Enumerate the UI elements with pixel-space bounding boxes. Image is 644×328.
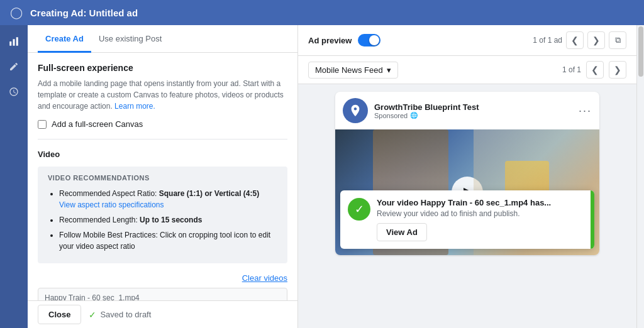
video-item-row: Happy Train - 60 sec_1.mp4 bbox=[38, 288, 287, 300]
canvas-checkbox-row: Add a full-screen Canvas bbox=[38, 119, 287, 129]
view-ad-button[interactable]: View Ad bbox=[377, 223, 427, 241]
top-bar: ◯ Creating Ad: Untitled ad bbox=[0, 0, 644, 25]
ad-page-info: GrowthTribe Blueprint Test Sponsored 🌐 bbox=[374, 102, 572, 119]
saved-status: ✓ Saved to draft bbox=[89, 310, 151, 320]
svg-rect-1 bbox=[13, 39, 15, 46]
preview-panel: Ad preview 1 of 1 ad ❮ ❯ ⧉ Mobile News F… bbox=[298, 25, 636, 328]
tab-create-ad[interactable]: Create Ad bbox=[38, 25, 91, 53]
divider bbox=[38, 139, 287, 139]
ad-more-icon[interactable]: ··· bbox=[579, 104, 592, 118]
rec-item-3: Follow Mobile Best Practices: Click on c… bbox=[59, 229, 277, 252]
full-screen-desc: Add a mobile landing page that opens ins… bbox=[38, 78, 287, 112]
nav-icon-clock[interactable] bbox=[3, 80, 25, 103]
rec-list: Recommended Aspect Ratio: Square (1:1) o… bbox=[48, 188, 277, 252]
ad-card: GrowthTribe Blueprint Test Sponsored 🌐 ·… bbox=[335, 92, 599, 255]
rec2-value: Up to 15 seconds bbox=[140, 216, 202, 224]
preview-nav: 1 of 1 ad ❮ ❯ ⧉ bbox=[533, 31, 626, 49]
video-file-name: Happy Train - 60 sec_1.mp4 bbox=[45, 293, 140, 300]
canvas-checkbox[interactable] bbox=[38, 120, 47, 129]
learn-more-link[interactable]: Learn more. bbox=[114, 102, 155, 111]
scroll-thumb[interactable] bbox=[638, 26, 643, 77]
rec1-value: Square (1:1) or Vertical (4:5) bbox=[159, 189, 259, 198]
preview-label: Ad preview bbox=[308, 36, 352, 45]
preview-header: Ad preview 1 of 1 ad ❮ ❯ ⧉ bbox=[298, 25, 636, 56]
rec-item-1: Recommended Aspect Ratio: Square (1:1) o… bbox=[59, 188, 277, 210]
content-panel: Create Ad Use existing Post Full-screen … bbox=[28, 25, 298, 328]
left-nav bbox=[0, 25, 28, 328]
toast-desc: Review your video ad to finish and publi… bbox=[377, 209, 587, 218]
clear-videos-link[interactable]: Clear videos bbox=[38, 273, 287, 283]
sub-count: 1 of 1 bbox=[562, 65, 581, 74]
preview-count: 1 of 1 ad bbox=[533, 36, 562, 45]
toast-green-bar bbox=[591, 190, 594, 249]
globe-icon: 🌐 bbox=[410, 112, 418, 119]
video-section-title: Video bbox=[38, 150, 287, 159]
check-icon: ✓ bbox=[89, 310, 96, 320]
preview-sub-header: Mobile News Feed ▾ 1 of 1 ❮ ❯ bbox=[298, 56, 636, 84]
aspect-ratio-link[interactable]: View aspect ratio specifications bbox=[59, 199, 277, 210]
sub-prev-arrow[interactable]: ❮ bbox=[586, 61, 604, 79]
external-link-icon[interactable]: ⧉ bbox=[609, 31, 626, 49]
preview-toggle[interactable] bbox=[358, 34, 380, 46]
saved-status-text: Saved to draft bbox=[100, 310, 151, 319]
nav-icon-pencil[interactable] bbox=[3, 55, 25, 78]
placement-select[interactable]: Mobile News Feed ▾ bbox=[308, 62, 398, 79]
tab-use-existing-post[interactable]: Use existing Post bbox=[91, 25, 169, 53]
right-scrollbar[interactable] bbox=[636, 25, 644, 328]
ad-page-name: GrowthTribe Blueprint Test bbox=[374, 102, 572, 112]
full-screen-title: Full-screen experience bbox=[38, 63, 287, 73]
svg-rect-2 bbox=[16, 37, 18, 46]
ad-card-header: GrowthTribe Blueprint Test Sponsored 🌐 ·… bbox=[335, 92, 599, 129]
canvas-label[interactable]: Add a full-screen Canvas bbox=[52, 119, 143, 129]
sub-next-arrow[interactable]: ❯ bbox=[609, 61, 626, 79]
chevron-down-icon: ▾ bbox=[387, 65, 391, 75]
back-icon[interactable]: ◯ bbox=[10, 6, 23, 19]
toast-content: Your video Happy Train - 60 sec_1.mp4 ha… bbox=[377, 198, 587, 241]
avatar bbox=[343, 98, 368, 123]
sub-nav: 1 of 1 ❮ ❯ bbox=[562, 61, 626, 79]
rec-item-2: Recommended Length: Up to 15 seconds bbox=[59, 214, 277, 226]
recommendations-box: VIDEO RECOMMENDATIONS Recommended Aspect… bbox=[38, 167, 287, 263]
preview-header-left: Ad preview bbox=[308, 34, 380, 46]
toast-check-icon: ✓ bbox=[348, 198, 370, 221]
preview-next-arrow[interactable]: ❯ bbox=[587, 31, 605, 49]
rec-title: VIDEO RECOMMENDATIONS bbox=[48, 174, 277, 182]
main-layout: Create Ad Use existing Post Full-screen … bbox=[0, 25, 644, 328]
ad-sponsored: Sponsored 🌐 bbox=[374, 112, 572, 119]
nav-icon-chart[interactable] bbox=[3, 30, 25, 53]
bottom-bar: Close ✓ Saved to draft bbox=[28, 300, 297, 328]
svg-rect-0 bbox=[9, 41, 11, 46]
page-title: Creating Ad: Untitled ad bbox=[30, 8, 138, 18]
tabs: Create Ad Use existing Post bbox=[28, 25, 297, 53]
notification-toast: ✓ Your video Happy Train - 60 sec_1.mp4 … bbox=[340, 190, 594, 249]
preview-prev-arrow[interactable]: ❮ bbox=[566, 31, 584, 49]
form-content: Full-screen experience Add a mobile land… bbox=[28, 53, 297, 300]
ad-preview-container: GrowthTribe Blueprint Test Sponsored 🌐 ·… bbox=[298, 84, 636, 328]
placement-label: Mobile News Feed bbox=[315, 65, 383, 75]
close-button[interactable]: Close bbox=[38, 305, 81, 324]
toast-title: Your video Happy Train - 60 sec_1.mp4 ha… bbox=[377, 198, 587, 207]
